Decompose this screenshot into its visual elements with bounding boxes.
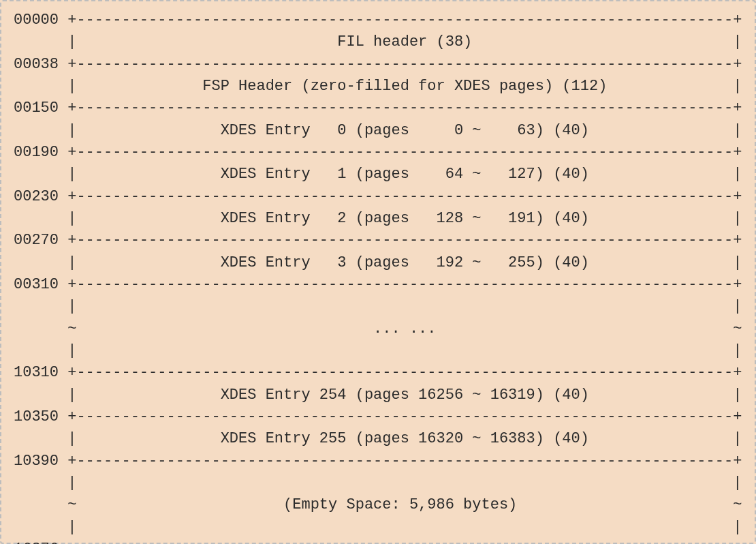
page-layout-diagram: 00000 +---------------------------------… (14, 10, 742, 544)
diagram-frame: 00000 +---------------------------------… (0, 0, 756, 544)
